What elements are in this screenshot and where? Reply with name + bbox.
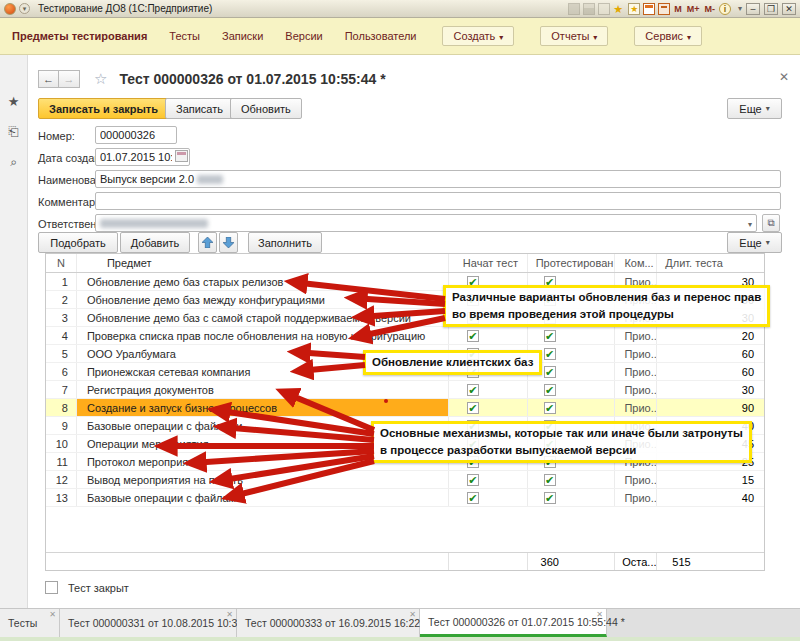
pick-button[interactable]: Подобрать — [38, 232, 118, 253]
table-row[interactable]: 8Создание и запуск бизнес-процессов✔✔При… — [46, 399, 764, 417]
row-tested-cell[interactable]: ✔ — [527, 381, 615, 398]
chevron-down-icon[interactable]: ▾ — [748, 220, 752, 229]
table-row[interactable]: 12Вывод мероприятия на печать✔✔Прио...15 — [46, 471, 764, 489]
section-users[interactable]: Пользователи — [345, 30, 417, 42]
checked-checkbox-icon: ✔ — [544, 330, 556, 342]
app-logo-icon[interactable] — [4, 3, 16, 15]
window-tab[interactable]: Тест 000000331 от 10.08.2015 10:37:15 *✕ — [60, 609, 237, 637]
close-form-icon[interactable]: ✕ — [779, 70, 789, 84]
system-menu-icon[interactable]: ▾ — [19, 3, 30, 14]
window-tab[interactable]: Тест 000000333 от 16.09.2015 16:22:02 *✕ — [237, 609, 420, 637]
row-subject[interactable]: Регистрация документов — [76, 381, 448, 398]
reports-menu-button[interactable]: Отчеты▾ — [540, 26, 608, 46]
print-icon[interactable] — [583, 3, 595, 15]
checked-checkbox-icon: ✔ — [544, 492, 556, 504]
calendar-icon[interactable] — [643, 3, 655, 15]
section-notes[interactable]: Записки — [222, 30, 263, 42]
history-page-icon[interactable]: ⎗ — [7, 125, 21, 139]
open-reference-icon[interactable]: ⧉ — [762, 214, 780, 232]
close-tab-icon[interactable]: ✕ — [596, 610, 603, 619]
memory-m-button[interactable]: M — [673, 4, 683, 14]
row-tested-cell[interactable]: ✔ — [527, 489, 615, 506]
minimize-button[interactable]: – — [746, 3, 760, 15]
window-tab[interactable]: Тест 000000326 от 01.07.2015 10:55:44 *✕ — [420, 609, 607, 637]
section-tests[interactable]: Тесты — [169, 30, 200, 42]
info-icon[interactable]: i — [719, 3, 731, 15]
refresh-button[interactable]: Обновить — [230, 98, 302, 119]
service-menu-button[interactable]: Сервис▾ — [634, 26, 702, 46]
info-dropdown-icon[interactable]: ▾ — [738, 4, 742, 13]
move-down-button[interactable] — [219, 232, 238, 253]
table-row[interactable]: 13Базовые операции с файлами.✔✔Прио...40 — [46, 489, 764, 507]
row-number: 13 — [46, 489, 76, 506]
section-test-subjects[interactable]: Предметы тестирования — [12, 30, 147, 42]
row-subject[interactable]: Обновление демо баз с самой старой подде… — [76, 309, 448, 326]
memory-mplus-button[interactable]: M+ — [686, 4, 701, 14]
row-started-cell[interactable]: ✔ — [448, 399, 527, 416]
calculator-icon[interactable] — [658, 3, 670, 15]
menu-grid-icon[interactable] — [7, 65, 21, 79]
create-menu-button[interactable]: Создать▾ — [442, 26, 514, 46]
row-subject[interactable]: Базовые операции с файлами. — [76, 489, 448, 506]
col-duration[interactable]: Длит. теста — [656, 254, 764, 272]
favorite-toggle-icon[interactable]: ☆ — [94, 70, 107, 88]
comment-input[interactable] — [95, 192, 781, 210]
test-closed-checkbox[interactable] — [45, 581, 58, 594]
fill-button[interactable]: Заполнить — [248, 232, 322, 253]
save-icon[interactable] — [568, 3, 580, 15]
restore-button[interactable]: ❐ — [764, 3, 778, 15]
save-and-close-button[interactable]: Записать и закрыть — [38, 98, 169, 119]
col-com[interactable]: Ком... — [614, 254, 656, 272]
save-button[interactable]: Записать — [165, 98, 234, 119]
row-tested-cell[interactable]: ✔ — [527, 399, 615, 416]
more-button-list[interactable]: Еще▾ — [727, 232, 782, 253]
checked-checkbox-icon: ✔ — [467, 492, 479, 504]
favorites-icon[interactable]: ★ — [613, 3, 625, 15]
search-icon[interactable]: ⌕ — [7, 155, 21, 169]
window-title: Тестирование ДО8 (1С:Предприятие) — [38, 3, 212, 14]
name-input[interactable]: Выпуск версии 2.0 — [95, 170, 781, 188]
move-up-button[interactable] — [198, 232, 217, 253]
table-row[interactable]: 4Проверка списка прав после обновления н… — [46, 327, 764, 345]
window-tab[interactable]: Тесты✕ — [0, 609, 60, 637]
close-window-button[interactable]: ✕ — [782, 3, 796, 15]
row-duration: 15 — [656, 471, 764, 488]
back-button[interactable]: ← — [38, 70, 59, 88]
row-subject[interactable]: Вывод мероприятия на печать — [76, 471, 448, 488]
row-subject[interactable]: Создание и запуск бизнес-процессов — [76, 399, 448, 416]
col-n[interactable]: N — [46, 254, 76, 272]
row-subject[interactable]: Проверка списка прав после обновления на… — [76, 327, 448, 344]
row-tested-cell[interactable]: ✔ — [527, 471, 615, 488]
close-tab-icon[interactable]: ✕ — [49, 610, 56, 619]
row-started-cell[interactable]: ✔ — [448, 471, 527, 488]
col-subject[interactable]: Предмет — [76, 254, 448, 272]
add-button[interactable]: Добавить — [120, 232, 190, 253]
table-row[interactable]: 7Регистрация документов✔✔Прио...30 — [46, 381, 764, 399]
row-subject[interactable]: Обновление демо баз старых релизов — [76, 273, 448, 290]
section-versions[interactable]: Версии — [285, 30, 322, 42]
form-title: Тест 000000326 от 01.07.2015 10:55:44 * — [119, 71, 385, 87]
responsible-input[interactable]: ▾ — [95, 214, 757, 232]
forward-button[interactable]: → — [59, 70, 80, 88]
close-tab-icon[interactable]: ✕ — [226, 610, 233, 619]
titlebar-toolbar: ★ ★ M M+ M- i ▾ – ❐ ✕ — [568, 3, 800, 15]
close-tab-icon[interactable]: ✕ — [409, 610, 416, 619]
col-started[interactable]: Начат тест — [448, 254, 527, 272]
more-button-top[interactable]: Еще▾ — [727, 98, 782, 119]
row-started-cell[interactable]: ✔ — [448, 327, 527, 344]
row-subject[interactable]: Обновление демо баз между конфигурациями — [76, 291, 448, 308]
add-favorite-icon[interactable]: ★ — [628, 3, 640, 15]
number-input[interactable] — [95, 126, 177, 144]
favorites-star-icon[interactable]: ★ — [7, 95, 21, 109]
col-tested[interactable]: Протестирован — [527, 254, 615, 272]
row-started-cell[interactable]: ✔ — [448, 381, 527, 398]
row-number: 2 — [46, 291, 76, 308]
row-started-cell[interactable]: ✔ — [448, 489, 527, 506]
row-duration: 30 — [656, 381, 764, 398]
print-preview-icon[interactable] — [598, 3, 610, 15]
redacted-text — [100, 219, 208, 228]
row-number: 8 — [46, 399, 76, 416]
row-tested-cell[interactable]: ✔ — [527, 327, 615, 344]
date-picker-icon[interactable] — [175, 150, 188, 162]
memory-mminus-button[interactable]: M- — [703, 4, 716, 14]
